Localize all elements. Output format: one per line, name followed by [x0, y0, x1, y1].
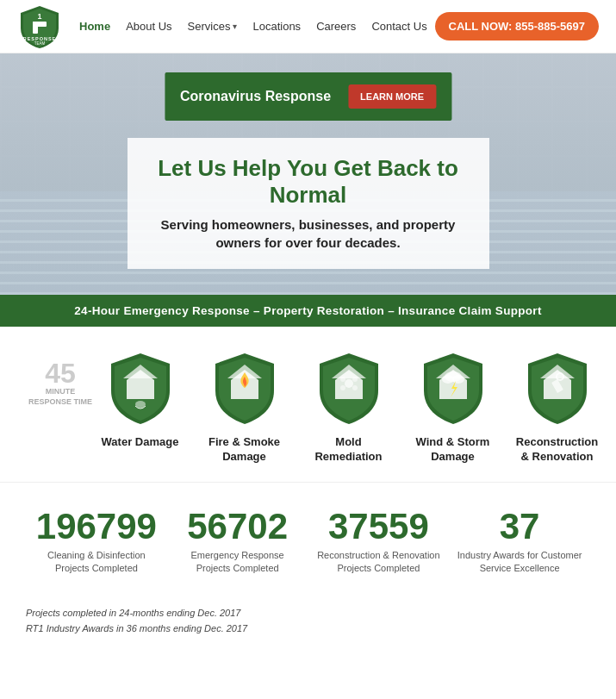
service-reconstruction[interactable]: Reconstruction & Renovation — [512, 351, 602, 465]
coronavirus-title: Coronavirus Response — [180, 88, 331, 106]
chevron-down-icon: ▾ — [233, 22, 237, 31]
service-water-damage[interactable]: Water Damage — [95, 351, 185, 465]
hero-title: Let Us Help You Get Back to Normal — [153, 155, 464, 209]
nav-home[interactable]: Home — [79, 20, 110, 33]
footnote-line2: RT1 Industry Awards in 36 months ending … — [26, 621, 590, 637]
services-section: 45 MINUTE RESPONSE TIME Water Damage — [0, 327, 616, 482]
stat-reconstruction: 37559 Reconstruction & Renovation Projec… — [308, 509, 450, 576]
nav-careers[interactable]: Careers — [316, 20, 356, 33]
service-water-label: Water Damage — [102, 435, 179, 450]
stat-cleaning-label: Cleaning & Disinfection Projects Complet… — [33, 549, 160, 576]
svg-point-16 — [352, 385, 358, 390]
svg-point-20 — [442, 375, 454, 384]
svg-point-7 — [135, 401, 146, 408]
footnote-line1: Projects completed in 24-months ending D… — [26, 605, 590, 621]
coronavirus-banner: Coronavirus Response LEARN MORE — [165, 72, 451, 121]
learn-more-button[interactable]: LEARN MORE — [348, 84, 436, 109]
stat-awards: 37 Industry Awards for Customer Service … — [449, 509, 590, 576]
nav-links: Home About Us Services ▾ Locations Caree… — [79, 20, 435, 33]
service-storm-label: Wind & Storm Damage — [408, 435, 498, 465]
stat-cleaning: 196799 Cleaning & Disinfection Projects … — [26, 509, 167, 576]
stat-cleaning-number: 196799 — [36, 509, 157, 545]
svg-point-21 — [452, 375, 464, 384]
service-mold-remediation[interactable]: Mold Remediation — [303, 351, 394, 465]
stats-section: 196799 Cleaning & Disinfection Projects … — [0, 482, 616, 593]
service-mold-label: Mold Remediation — [303, 435, 394, 465]
response-time-badge: 45 MINUTE RESPONSE TIME — [26, 351, 95, 407]
svg-point-13 — [340, 377, 345, 382]
svg-point-15 — [340, 385, 345, 390]
stat-emergency: 56702 Emergency Response Projects Comple… — [167, 509, 308, 576]
svg-point-12 — [345, 379, 353, 388]
nav-about[interactable]: About Us — [126, 20, 171, 33]
emergency-banner-text: 24-Hour Emergency Response – Property Re… — [74, 304, 541, 317]
stat-awards-number: 37 — [500, 509, 540, 545]
service-fire-label: Fire & Smoke Damage — [199, 435, 289, 465]
nav-locations[interactable]: Locations — [252, 20, 301, 33]
navbar: 1 RESPONSE TEAM Home About Us Services ▾… — [0, 0, 616, 53]
footnote: Projects completed in 24-months ending D… — [0, 593, 616, 654]
response-number: 45 — [45, 359, 76, 387]
emergency-banner: 24-Hour Emergency Response – Property Re… — [0, 295, 616, 327]
svg-point-14 — [352, 377, 358, 382]
svg-text:1: 1 — [37, 12, 41, 21]
hero-subtitle: Serving homeowners, businesses, and prop… — [153, 215, 464, 252]
nav-services-link[interactable]: Services — [188, 20, 231, 33]
hero-content-box: Let Us Help You Get Back to Normal Servi… — [128, 138, 489, 269]
response-time-label: MINUTE RESPONSE TIME — [26, 387, 95, 407]
call-now-button[interactable]: CALL NOW: 855-885-5697 — [435, 12, 599, 41]
svg-rect-1 — [33, 22, 47, 27]
stat-emergency-number: 56702 — [187, 509, 288, 545]
logo[interactable]: 1 RESPONSE TEAM — [17, 4, 62, 49]
services-icons: Water Damage Fire & Smoke Damage — [95, 351, 602, 465]
stat-reconstruction-label: Reconstruction & Renovation Projects Com… — [315, 549, 443, 576]
service-reconstruction-label: Reconstruction & Renovation — [512, 435, 602, 465]
stat-emergency-label: Emergency Response Projects Completed — [174, 549, 302, 576]
stat-reconstruction-number: 37559 — [328, 509, 429, 545]
service-fire-damage[interactable]: Fire & Smoke Damage — [199, 351, 289, 465]
hero-section: Coronavirus Response LEARN MORE Let Us H… — [0, 53, 616, 295]
nav-services[interactable]: Services ▾ — [188, 20, 238, 33]
stat-awards-label: Industry Awards for Customer Service Exc… — [456, 549, 583, 576]
svg-text:TEAM: TEAM — [34, 41, 46, 46]
service-storm-damage[interactable]: Wind & Storm Damage — [408, 351, 498, 465]
nav-contact[interactable]: Contact Us — [371, 20, 426, 33]
